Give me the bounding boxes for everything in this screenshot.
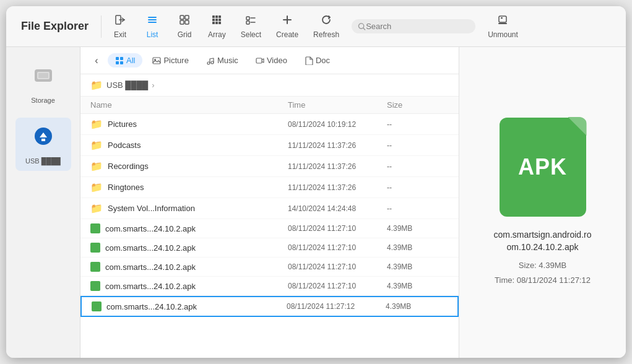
svg-rect-36: [120, 61, 123, 64]
svg-rect-32: [41, 137, 45, 139]
svg-rect-16: [219, 22, 221, 24]
file-table: Name Time Size 📁Pictures08/11/2024 10:19…: [80, 97, 459, 358]
tab-video[interactable]: Video: [248, 53, 295, 67]
app-window: File Explorer Exit List: [6, 6, 626, 358]
storage-icon: [31, 63, 56, 93]
tab-video-label: Video: [267, 56, 287, 65]
grid-button[interactable]: Grid: [168, 10, 201, 43]
apk-icon: [90, 262, 100, 272]
preview-meta: Size: 4.39MB Time: 08/11/2024 11:27:12: [495, 258, 591, 287]
tab-picture[interactable]: Picture: [145, 53, 196, 67]
file-name-cell: com.smarts...24.10.2.apk: [90, 281, 288, 291]
list-button[interactable]: List: [136, 10, 168, 43]
table-row[interactable]: 📁System Vol...Information14/10/2024 14:2…: [80, 198, 459, 219]
file-name-text: com.smarts...24.10.2.apk: [105, 262, 196, 272]
create-label: Create: [276, 30, 298, 39]
toolbar-divider: [101, 15, 102, 38]
svg-rect-26: [501, 17, 503, 19]
back-button[interactable]: ‹: [88, 52, 105, 69]
file-name-cell: com.smarts...24.10.2.apk: [92, 301, 287, 311]
usb-label: USB ████: [25, 157, 61, 165]
svg-rect-9: [215, 15, 218, 18]
create-button[interactable]: Create: [269, 10, 306, 43]
grid-label: Grid: [178, 30, 192, 39]
unmount-icon: [496, 14, 509, 28]
app-title: File Explorer: [11, 20, 98, 33]
search-box[interactable]: [352, 19, 475, 33]
svg-rect-30: [38, 73, 48, 78]
file-time: 11/11/2024 11:37:26: [288, 141, 387, 150]
file-size: --: [387, 141, 449, 150]
all-icon: [115, 56, 124, 65]
preview-filename: com.smartsign.android.room.10.24.10.2.ap…: [494, 229, 592, 253]
apk-preview-icon: APK: [500, 118, 586, 217]
preview-size: Size: 4.39MB: [495, 258, 591, 272]
tab-picture-label: Picture: [163, 56, 188, 65]
tab-music-label: Music: [217, 56, 238, 65]
table-row[interactable]: com.smarts...24.10.2.apk08/11/2024 11:27…: [80, 277, 459, 296]
table-row[interactable]: 📁Ringtones11/11/2024 11:37:26--: [80, 177, 459, 198]
array-button[interactable]: Array: [201, 10, 233, 43]
picture-icon: [152, 56, 161, 65]
table-row[interactable]: com.smarts...24.10.2.apk08/11/2024 11:27…: [80, 219, 459, 238]
file-size: --: [387, 204, 449, 213]
breadcrumb: 📁 USB ████ ›: [80, 74, 459, 97]
svg-rect-4: [180, 15, 184, 19]
table-row[interactable]: 📁Pictures08/11/2024 10:19:12--: [80, 114, 459, 135]
file-size: 4.39MB: [387, 243, 449, 252]
col-time: Time: [288, 100, 387, 110]
music-icon: [206, 56, 215, 65]
refresh-icon: [320, 14, 332, 28]
list-icon: [146, 14, 158, 28]
doc-icon: [305, 56, 313, 65]
filter-tabs: ‹ All Picture: [80, 47, 459, 74]
file-name-cell: 📁Podcasts: [90, 139, 288, 151]
tab-music[interactable]: Music: [199, 53, 246, 67]
apk-icon: [92, 301, 102, 311]
tab-doc[interactable]: Doc: [297, 53, 337, 67]
table-row[interactable]: 📁Recordings11/11/2024 11:37:26--: [80, 156, 459, 177]
col-size: Size: [387, 100, 449, 110]
svg-rect-37: [153, 58, 160, 64]
unmount-button[interactable]: Unmount: [480, 10, 526, 43]
file-time: 08/11/2024 11:27:10: [288, 262, 387, 271]
sidebar-item-storage[interactable]: Storage: [15, 57, 71, 110]
breadcrumb-arrow: ›: [152, 80, 154, 90]
file-size: 4.39MB: [387, 224, 449, 233]
svg-rect-13: [219, 19, 221, 21]
sidebar-item-usb[interactable]: USB ████: [15, 118, 71, 171]
file-name-text: Recordings: [108, 162, 149, 171]
file-name-cell: 📁Ringtones: [90, 181, 288, 193]
exit-button[interactable]: Exit: [104, 10, 136, 43]
file-name-text: com.smarts...24.10.2.apk: [105, 243, 196, 253]
svg-rect-19: [246, 21, 249, 24]
preview-time: Time: 08/11/2024 11:27:12: [495, 273, 591, 287]
main-area: Storage USB ████ ‹: [6, 47, 626, 358]
select-button[interactable]: Select: [233, 10, 269, 43]
tab-all[interactable]: All: [108, 53, 142, 67]
file-name-text: Podcasts: [108, 141, 141, 150]
table-row[interactable]: com.smarts...24.10.2.apk08/11/2024 11:27…: [80, 258, 459, 277]
file-name-cell: com.smarts...24.10.2.apk: [90, 262, 288, 272]
sidebar: Storage USB ████: [6, 47, 80, 358]
array-label: Array: [208, 30, 226, 39]
exit-label: Exit: [114, 30, 126, 39]
video-icon: [256, 56, 264, 65]
file-panel: ‹ All Picture: [80, 47, 459, 358]
storage-label: Storage: [31, 97, 55, 104]
file-time: 08/11/2024 11:27:10: [288, 243, 387, 252]
search-input[interactable]: [366, 22, 469, 31]
table-row[interactable]: com.smarts...24.10.2.apk08/11/2024 11:27…: [80, 296, 459, 317]
table-row[interactable]: 📁Podcasts11/11/2024 11:37:26--: [80, 135, 459, 156]
create-icon: [281, 14, 293, 28]
refresh-button[interactable]: Refresh: [306, 10, 347, 43]
svg-rect-8: [212, 15, 215, 18]
table-row[interactable]: com.smarts...24.10.2.apk08/11/2024 11:27…: [80, 238, 459, 258]
file-name-text: com.smarts...24.10.2.apk: [106, 302, 197, 311]
select-icon: [245, 14, 257, 28]
file-size: 4.39MB: [387, 282, 449, 290]
svg-rect-35: [116, 61, 119, 64]
file-name-text: Pictures: [108, 119, 137, 129]
list-label: List: [147, 30, 158, 39]
folder-icon: 📁: [90, 118, 103, 130]
